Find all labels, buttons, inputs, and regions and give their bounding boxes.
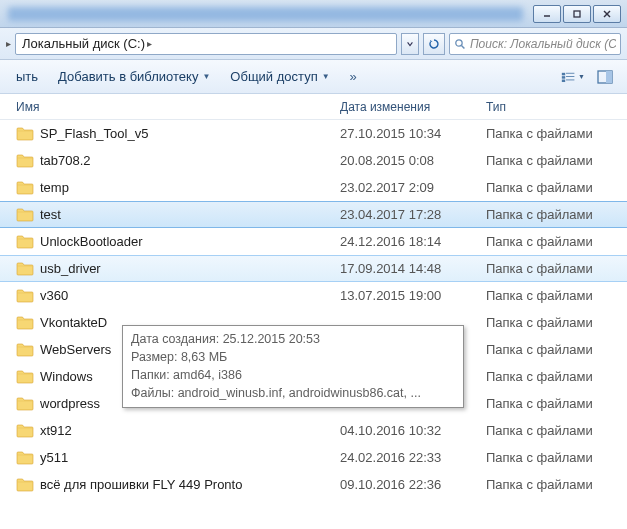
file-date-cell: 17.09.2014 14:48 [340,261,486,276]
file-name: всё для прошивки FLY 449 Pronto [40,477,242,492]
file-date-cell: 23.02.2017 2:09 [340,180,486,195]
table-row[interactable]: usb_driver17.09.2014 14:48Папка с файлам… [0,255,627,282]
file-type-cell: Папка с файлами [486,126,627,141]
svg-rect-9 [566,76,574,77]
file-type-cell: Папка с файлами [486,153,627,168]
toolbar: ыть Добавить в библиотеку ▼ Общий доступ… [0,60,627,94]
file-name: tab708.2 [40,153,91,168]
table-row[interactable]: temp23.02.2017 2:09Папка с файлами [0,174,627,201]
folder-icon [16,315,34,330]
chevron-down-icon: ▼ [322,72,330,81]
file-date-cell: 20.08.2015 0:08 [340,153,486,168]
file-name: temp [40,180,69,195]
file-name-cell: v360 [16,288,340,303]
table-row[interactable]: SP_Flash_Tool_v527.10.2015 10:34Папка с … [0,120,627,147]
file-type-cell: Папка с файлами [486,396,627,411]
svg-rect-10 [562,79,565,82]
address-bar-row: ▸ Локальный диск (C:) ▸ Поиск: Локальный… [0,28,627,60]
table-row[interactable]: test23.04.2017 17:28Папка с файлами [0,201,627,228]
title-blur [8,7,523,21]
file-name: wordpress [40,396,100,411]
table-row[interactable]: y51124.02.2016 22:33Папка с файлами [0,444,627,471]
folder-icon [16,261,34,276]
file-date-cell: 13.07.2015 19:00 [340,288,486,303]
location-dropdown-button[interactable] [401,33,419,55]
file-date-cell: 23.04.2017 17:28 [340,207,486,222]
file-type-cell: Папка с файлами [486,234,627,249]
location-bar[interactable]: Локальный диск (C:) ▸ [15,33,397,55]
column-header-type[interactable]: Тип [486,100,627,114]
column-header-name[interactable]: Имя [16,100,340,114]
column-header-date[interactable]: Дата изменения [340,100,486,114]
organize-button[interactable]: ыть [10,66,44,87]
svg-rect-6 [562,72,565,75]
breadcrumb-sep[interactable]: ▸ [147,38,152,49]
file-date-cell: 09.10.2016 22:36 [340,477,486,492]
file-type-cell: Папка с файлами [486,477,627,492]
file-name: y511 [40,450,68,465]
table-row[interactable]: UnlockBootloader24.12.2016 18:14Папка с … [0,228,627,255]
file-name: usb_driver [40,261,101,276]
refresh-button[interactable] [423,33,445,55]
breadcrumb[interactable]: Локальный диск (C:) [20,36,147,51]
file-list: SP_Flash_Tool_v527.10.2015 10:34Папка с … [0,120,627,498]
folder-icon [16,288,34,303]
add-to-library-button[interactable]: Добавить в библиотеку ▼ [52,66,216,87]
svg-rect-8 [562,76,565,79]
file-name: WebServers [40,342,111,357]
folder-icon [16,207,34,222]
close-button[interactable] [593,5,621,23]
table-row[interactable]: v36013.07.2015 19:00Папка с файлами [0,282,627,309]
file-name: VkontakteD [40,315,107,330]
folder-icon [16,396,34,411]
folder-icon [16,126,34,141]
table-row[interactable]: всё для прошивки FLY 449 Pronto09.10.201… [0,471,627,498]
file-type-cell: Папка с файлами [486,261,627,276]
svg-rect-7 [566,72,574,73]
file-type-cell: Папка с файлами [486,450,627,465]
tooltip-line: Папки: amd64, i386 [131,366,455,384]
search-input[interactable]: Поиск: Локальный диск (C [449,33,621,55]
file-name-cell: SP_Flash_Tool_v5 [16,126,340,141]
view-options-button[interactable]: ▼ [561,66,585,88]
maximize-button[interactable] [563,5,591,23]
file-name-cell: temp [16,180,340,195]
file-type-cell: Папка с файлами [486,369,627,384]
file-name: v360 [40,288,68,303]
folder-icon [16,153,34,168]
file-type-cell: Папка с файлами [486,180,627,195]
preview-pane-button[interactable] [593,66,617,88]
file-type-cell: Папка с файлами [486,342,627,357]
minimize-button[interactable] [533,5,561,23]
file-name-cell: всё для прошивки FLY 449 Pronto [16,477,340,492]
folder-icon [16,342,34,357]
file-name-cell: UnlockBootloader [16,234,340,249]
folder-tooltip: Дата создания: 25.12.2015 20:53 Размер: … [122,325,464,408]
svg-rect-13 [606,71,612,83]
folder-icon [16,234,34,249]
file-type-cell: Папка с файлами [486,288,627,303]
share-button[interactable]: Общий доступ ▼ [224,66,335,87]
toolbar-overflow-button[interactable]: » [344,66,363,87]
file-name-cell: test [16,207,340,222]
tooltip-line: Дата создания: 25.12.2015 20:53 [131,330,455,348]
file-type-cell: Папка с файлами [486,423,627,438]
titlebar [0,0,627,28]
file-type-cell: Папка с файлами [486,207,627,222]
folder-icon [16,369,34,384]
tooltip-line: Размер: 8,63 МБ [131,348,455,366]
table-row[interactable]: xt91204.10.2016 10:32Папка с файлами [0,417,627,444]
file-date-cell: 04.10.2016 10:32 [340,423,486,438]
file-name-cell: usb_driver [16,261,340,276]
file-name: UnlockBootloader [40,234,143,249]
file-date-cell: 24.12.2016 18:14 [340,234,486,249]
breadcrumb-sep: ▸ [6,38,11,49]
folder-icon [16,477,34,492]
table-row[interactable]: tab708.220.08.2015 0:08Папка с файлами [0,147,627,174]
tooltip-line: Файлы: android_winusb.inf, androidwinusb… [131,384,455,402]
folder-icon [16,423,34,438]
svg-rect-11 [566,79,574,80]
file-name: test [40,207,61,222]
file-name: Windows [40,369,93,384]
svg-point-4 [456,39,462,45]
